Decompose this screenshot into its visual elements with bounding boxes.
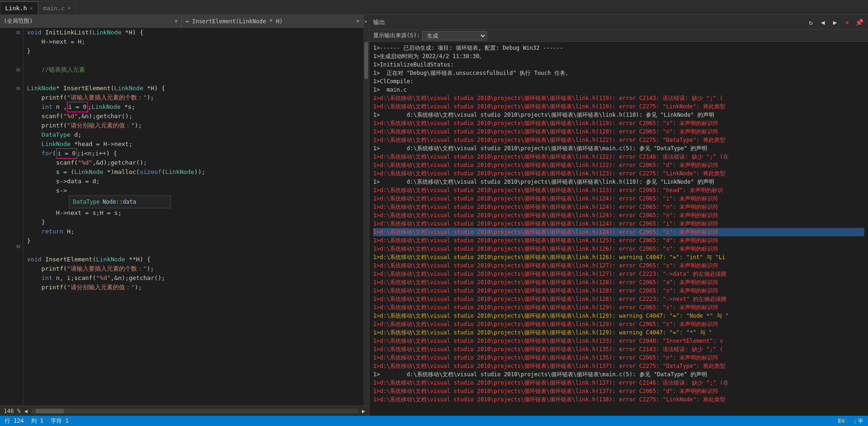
code-content[interactable]: void InitLinkList(LinkNode *H) { H->next… <box>23 28 363 406</box>
output-source-toolbar: 显示输出来源(S): 生成 <box>369 30 868 42</box>
code-line-21: return H; <box>27 227 360 236</box>
tab-main-c[interactable]: main.c ✕ <box>38 1 76 14</box>
code-line-11: printf("请分别输入元素的值："); <box>27 121 360 130</box>
output-line-11: 1>d:\系统移动\文档\visual studio 2010\projects… <box>373 127 864 136</box>
zoom-level: 146 % <box>4 408 20 414</box>
output-line-4: 1> 正在对 "Debug\循环链表.unsuccessfulbuild" 执行… <box>373 69 864 77</box>
output-title-label: 输出 <box>373 18 385 27</box>
scope-dropdown-value: (全局范围) <box>4 17 33 25</box>
code-line-26: int n, i;scanf("%d",&n);getchar(); <box>27 273 360 283</box>
output-header: 输出 ↻ ◀ ▶ ✕ 📌 <box>369 15 868 30</box>
output-line-39: 1>d:\系统移动\文档\visual studio 2010\projects… <box>373 362 864 370</box>
output-line-6: 1> main.c <box>373 86 864 94</box>
editor-scrollbar[interactable] <box>363 28 369 406</box>
editor-hscrollbar[interactable] <box>31 409 358 413</box>
code-area: ⊟ ⊟ ⊟ <box>0 28 369 406</box>
output-toolbar-icons: ↻ ◀ ▶ ✕ 📌 <box>806 17 864 27</box>
status-lang: En <box>838 418 845 424</box>
tab-bar: Link.h ✕ main.c ✕ <box>0 0 868 15</box>
output-icon-next[interactable]: ▶ <box>830 17 840 27</box>
output-line-20: 1>d:\系统移动\文档\visual studio 2010\projects… <box>373 203 864 211</box>
output-line-17: 1> d:\系统移动\文档\visual studio 2010\project… <box>373 178 864 186</box>
code-line-16: s = (LinkNode *)malloc(sizeof(LinkNode))… <box>27 167 360 177</box>
code-line-5: //链表插入元素 <box>27 65 360 74</box>
function-dropdown-value: ↔ InsertElement(LinkNode * H) <box>185 18 283 25</box>
output-line-10: 1>d:\系统移动\文档\visual studio 2010\projects… <box>373 119 864 127</box>
line-numbers: ⊟ ⊟ ⊟ <box>0 28 23 406</box>
output-line-42: 1>d:\系统移动\文档\visual studio 2010\projects… <box>373 387 864 395</box>
editor-hscrollbar-thumb[interactable] <box>36 409 64 413</box>
output-line-13: 1> d:\系统移动\文档\visual studio 2010\project… <box>373 144 864 153</box>
editor-scroll-right[interactable]: ▶ <box>363 15 369 27</box>
output-line-8: 1>d:\系统移动\文档\visual studio 2010\projects… <box>373 102 864 111</box>
status-bar: 行 124 列 1 字符 1 En ；半 <box>0 416 868 426</box>
output-line-7: 1>d:\系统移动\文档\visual studio 2010\projects… <box>373 94 864 102</box>
output-line-5: 1>ClCompile: <box>373 77 864 86</box>
code-line-17: s->data = d; <box>27 177 360 186</box>
output-line-26: 1>d:\系统移动\文档\visual studio 2010\projects… <box>373 253 864 261</box>
highlight-i-eq-0: i = 0 <box>67 102 88 112</box>
output-source-label: 显示输出来源(S): <box>373 32 420 40</box>
output-line-28: 1>d:\系统移动\文档\visual studio 2010\projects… <box>373 270 864 278</box>
output-pane: 输出 ↻ ◀ ▶ ✕ 📌 显示输出来源(S): 生成 1>------ 已启动生… <box>369 15 868 416</box>
output-line-18: 1>d:\系统移动\文档\visual studio 2010\projects… <box>373 186 864 194</box>
scope-dropdown[interactable]: (全局范围) ▼ <box>0 15 182 27</box>
output-line-1: 1>------ 已启动生成: 项目: 循环链表, 配置: Debug Win3… <box>373 44 864 52</box>
function-dropdown[interactable]: ↔ InsertElement(LinkNode * H) ▼ <box>182 15 363 27</box>
output-line-22: 1>d:\系统移动\文档\visual studio 2010\projects… <box>373 220 864 228</box>
output-line-43: 1>d:\系统移动\文档\visual studio 2010\projects… <box>373 395 864 404</box>
code-line-20: } <box>27 218 360 227</box>
output-icon-refresh[interactable]: ↻ <box>806 17 816 27</box>
editor-toolbar: (全局范围) ▼ ↔ InsertElement(LinkNode * H) ▼… <box>0 15 369 28</box>
output-line-selected[interactable]: 1>d:\系统移动\文档\visual studio 2010\projects… <box>373 228 864 236</box>
status-char: 字符 1 <box>51 417 68 425</box>
code-line-23 <box>27 246 360 255</box>
highlight-for-i: i = 0 <box>56 148 77 159</box>
output-line-9: 1> d:\系统移动\文档\visual studio 2010\project… <box>373 111 864 119</box>
output-icon-clear[interactable]: ✕ <box>842 17 852 27</box>
code-line-18: → s-> <box>27 186 360 195</box>
code-line-22: } <box>27 236 360 246</box>
editor-pane: (全局范围) ▼ ↔ InsertElement(LinkNode * H) ▼… <box>0 15 369 416</box>
status-right: En ；半 <box>838 417 863 425</box>
code-line-13: LinkNode *head = H->next; <box>27 140 360 149</box>
code-line-12: DataType d; <box>27 130 360 140</box>
output-icon-pin[interactable]: 📌 <box>854 17 864 27</box>
tab-link-h-close[interactable]: ✕ <box>30 5 33 11</box>
editor-scrollbar-thumb[interactable] <box>364 42 368 79</box>
output-line-33: 1>d:\系统移动\文档\visual studio 2010\projects… <box>373 312 864 320</box>
output-source-select[interactable]: 生成 <box>422 31 487 40</box>
output-line-16: 1>d:\系统移动\文档\visual studio 2010\projects… <box>373 169 864 178</box>
code-line-10: scanf("%d",&n);getchar(); <box>27 112 360 121</box>
output-content[interactable]: 1>------ 已启动生成: 项目: 循环链表, 配置: Debug Win3… <box>369 42 868 416</box>
output-line-2: 1>生成启动时间为 2022/4/2 11:38:30。 <box>373 52 864 60</box>
code-line-1: void InitLinkList(LinkNode *H) { <box>27 28 360 37</box>
output-line-41: 1>d:\系统移动\文档\visual studio 2010\projects… <box>373 379 864 387</box>
code-line-2: H->next = H; <box>27 37 360 47</box>
code-line-3: } <box>27 47 360 56</box>
output-line-31: 1>d:\系统移动\文档\visual studio 2010\projects… <box>373 295 864 303</box>
code-line-4 <box>27 56 360 65</box>
code-line-7: LinkNode* InsertElement(LinkNode *H) { <box>27 84 360 93</box>
output-line-40: 1> d:\系统移动\文档\visual studio 2010\project… <box>373 370 864 379</box>
tab-main-c-close[interactable]: ✕ <box>68 5 71 11</box>
tab-main-c-label: main.c <box>43 5 65 12</box>
code-line-6 <box>27 74 360 84</box>
output-line-21: 1>d:\系统移动\文档\visual studio 2010\projects… <box>373 211 864 220</box>
code-line-27: printf("请分别输入元素的值："); <box>27 283 360 292</box>
tooltip: DataType Node::data <box>69 195 171 208</box>
output-line-29: 1>d:\系统移动\文档\visual studio 2010\projects… <box>373 278 864 286</box>
status-encoding: ；半 <box>852 417 863 425</box>
code-line-24: void InsertElement(LinkNode **H) { <box>27 255 360 264</box>
status-col: 列 1 <box>31 417 43 425</box>
output-line-36: 1>d:\系统移动\文档\visual studio 2010\projects… <box>373 337 864 345</box>
output-line-3: 1>InitializeBuildStatus: <box>373 60 864 69</box>
tab-link-h[interactable]: Link.h ✕ <box>0 1 38 14</box>
output-line-14: 1>d:\系统移动\文档\visual studio 2010\projects… <box>373 153 864 161</box>
code-line-15: scanf("%d",&d);getchar(); <box>27 158 360 167</box>
output-icon-prev[interactable]: ◀ <box>818 17 828 27</box>
output-line-25: 1>d:\系统移动\文档\visual studio 2010\projects… <box>373 245 864 253</box>
code-line-9: int n ,i = 0;LinkNode *s; <box>27 102 360 112</box>
output-line-19: 1>d:\系统移动\文档\visual studio 2010\projects… <box>373 194 864 203</box>
code-line-25: printf("请输入要插入元素的个数："); <box>27 264 360 273</box>
